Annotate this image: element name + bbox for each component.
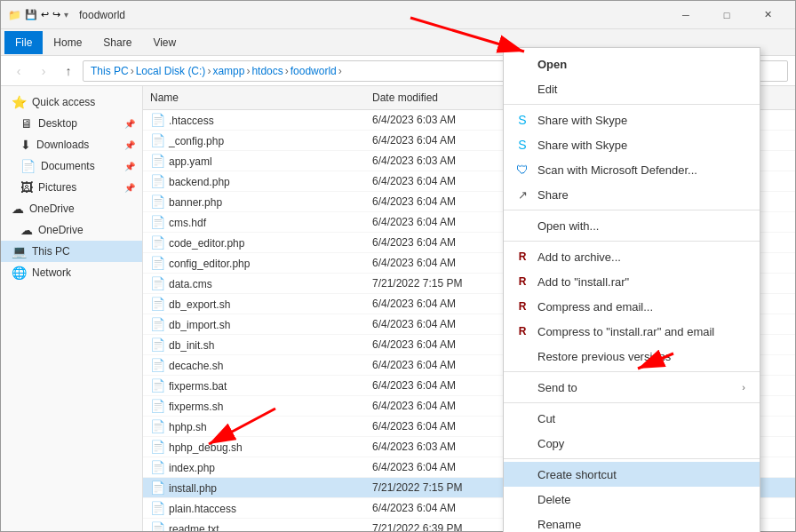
- redo-icon: ↪: [52, 9, 60, 20]
- sidebar-label-pictures: Pictures: [38, 181, 76, 194]
- sidebar-label-documents: Documents: [41, 160, 95, 172]
- file-name: 📄install.php: [143, 480, 365, 496]
- context-menu-item-send-to[interactable]: Send to›: [504, 375, 760, 400]
- sidebar-item-desktop[interactable]: 🖥 Desktop 📌: [1, 113, 142, 134]
- file-date: 6/4/2023 6:03 AM: [365, 154, 507, 168]
- pin-icon-desktop: 📌: [124, 119, 135, 129]
- sidebar-item-onedrive1[interactable]: ☁ OneDrive: [1, 198, 142, 219]
- context-menu-item-delete[interactable]: Delete: [504, 487, 760, 512]
- maximize-button[interactable]: □: [706, 1, 747, 29]
- path-htdocs: htdocs: [251, 65, 283, 77]
- file-name: 📄app.yaml: [143, 153, 365, 169]
- context-menu-item-add-archive[interactable]: RAdd to archive...: [504, 244, 760, 269]
- file-date: 7/21/2022 6:39 PM: [365, 521, 507, 531]
- file-date: 6/4/2023 6:04 AM: [365, 358, 507, 372]
- sidebar-label-quickaccess: Quick access: [32, 96, 95, 108]
- ctx-label-open-with: Open with...: [537, 219, 745, 233]
- file-name: 📄fixperms.bat: [143, 377, 365, 393]
- back-button[interactable]: ‹: [8, 60, 29, 82]
- ribbon-tab-file[interactable]: File: [4, 31, 43, 54]
- context-menu-item-scan-defender[interactable]: 🛡Scan with Microsoft Defender...: [504, 157, 760, 182]
- sidebar-label-onedrive2: OneDrive: [38, 224, 84, 236]
- ctx-icon-add-rar: R: [514, 274, 530, 290]
- file-date: 6/4/2023 6:04 AM: [365, 133, 507, 147]
- context-menu-item-compress-rar-email[interactable]: RCompress to "install.rar" and email: [504, 319, 760, 344]
- context-menu-item-share-skype2[interactable]: SShare with Skype: [504, 132, 760, 157]
- ctx-label-add-rar: Add to "install.rar": [537, 275, 745, 289]
- sidebar-item-thispc[interactable]: 💻 This PC: [1, 241, 142, 262]
- ctx-label-compress-rar-email: Compress to "install.rar" and email: [537, 325, 745, 338]
- file-date: 6/4/2023 6:04 AM: [365, 317, 507, 331]
- ctx-icon-edit: [514, 81, 530, 97]
- sidebar-item-quickaccess[interactable]: ⭐ Quick access: [1, 91, 142, 113]
- pin-icon-downloads: 📌: [124, 140, 135, 150]
- ribbon-tab-view[interactable]: View: [142, 31, 187, 54]
- file-name: 📄banner.php: [143, 194, 365, 210]
- explorer-window: 📁 💾 ↩ ↪ ▾ foodworld ─ □ ✕ File Home Shar…: [0, 0, 796, 532]
- file-icon: 📄: [150, 256, 165, 270]
- file-date: 7/21/2022 7:15 PM: [365, 480, 507, 495]
- path-foodworld: foodworld: [291, 65, 337, 77]
- file-date: 6/4/2023 6:04 AM: [365, 215, 507, 229]
- dropdown-icon: ▾: [64, 10, 68, 20]
- ctx-label-delete: Delete: [537, 493, 745, 506]
- context-menu-item-cut[interactable]: Cut: [504, 406, 760, 431]
- sidebar-label-thispc: This PC: [32, 245, 70, 258]
- ctx-label-add-archive: Add to archive...: [537, 250, 745, 264]
- ribbon-tab-home[interactable]: Home: [43, 31, 92, 54]
- title-bar: 📁 💾 ↩ ↪ ▾ foodworld ─ □ ✕: [1, 1, 795, 29]
- sidebar-item-onedrive2[interactable]: ☁ OneDrive: [1, 219, 142, 241]
- col-header-name[interactable]: Name: [143, 90, 365, 106]
- minimize-button[interactable]: ─: [665, 1, 706, 29]
- ctx-icon-copy: [514, 435, 530, 451]
- file-date: 6/4/2023 6:03 AM: [365, 440, 507, 454]
- sidebar-label-desktop: Desktop: [38, 117, 77, 130]
- file-date: 6/4/2023 6:04 AM: [365, 297, 507, 311]
- ctx-icon-create-shortcut: [514, 466, 530, 482]
- context-menu-item-rename[interactable]: Rename: [504, 512, 760, 532]
- file-icon: 📄: [150, 154, 165, 168]
- sidebar-item-downloads[interactable]: ⬇ Downloads 📌: [1, 134, 142, 155]
- context-menu-item-open-with[interactable]: Open with...: [504, 213, 760, 238]
- ctx-label-copy: Copy: [537, 437, 745, 450]
- file-date: 6/4/2023 6:04 AM: [365, 419, 507, 433]
- forward-button[interactable]: ›: [33, 60, 54, 82]
- sidebar-item-pictures[interactable]: 🖼 Pictures 📌: [1, 177, 142, 198]
- file-date: 6/4/2023 6:04 AM: [365, 195, 507, 209]
- ctx-icon-share: ↗: [514, 187, 530, 202]
- col-header-date[interactable]: Date modified: [365, 90, 507, 106]
- context-menu-item-share[interactable]: ↗Share: [504, 182, 760, 207]
- ctx-icon-scan-defender: 🛡: [514, 162, 530, 178]
- onedrive1-icon: ☁: [12, 202, 24, 216]
- file-icon: 📄: [150, 480, 165, 495]
- sidebar-item-documents[interactable]: 📄 Documents 📌: [1, 155, 142, 177]
- context-menu-separator: [504, 458, 760, 459]
- ctx-label-cut: Cut: [537, 412, 745, 425]
- ctx-label-restore: Restore previous versions: [537, 350, 745, 363]
- path-localdisk: Local Disk (C:): [136, 65, 206, 77]
- up-button[interactable]: ↑: [58, 60, 79, 82]
- file-icon: 📄: [150, 399, 165, 413]
- file-name: 📄readme.txt: [143, 520, 365, 531]
- context-menu-item-compress-email[interactable]: RCompress and email...: [504, 294, 760, 319]
- context-menu-item-open[interactable]: Open: [504, 52, 760, 76]
- context-menu-item-copy[interactable]: Copy: [504, 431, 760, 456]
- file-name: 📄cms.hdf: [143, 214, 365, 230]
- file-icon: 📄: [150, 317, 165, 331]
- context-menu-item-edit[interactable]: Edit: [504, 76, 760, 101]
- file-icon: 📄: [150, 378, 165, 393]
- file-icon: 📄: [150, 174, 165, 188]
- path-xampp: xampp: [212, 65, 244, 77]
- file-icon: 📄: [150, 235, 165, 250]
- ribbon-tab-share[interactable]: Share: [92, 31, 142, 54]
- context-menu-item-share-skype1[interactable]: SShare with Skype: [504, 107, 760, 132]
- context-menu-item-create-shortcut[interactable]: Create shortcut: [504, 462, 760, 487]
- close-button[interactable]: ✕: [747, 1, 788, 29]
- sidebar-item-network[interactable]: 🌐 Network: [1, 262, 142, 283]
- file-icon: 📄: [150, 358, 165, 372]
- context-menu-item-add-rar[interactable]: RAdd to "install.rar": [504, 269, 760, 294]
- file-icon: 📄: [150, 113, 165, 127]
- ctx-label-rename: Rename: [537, 518, 745, 531]
- ctx-label-compress-email: Compress and email...: [537, 300, 745, 314]
- context-menu-item-restore[interactable]: Restore previous versions: [504, 344, 760, 369]
